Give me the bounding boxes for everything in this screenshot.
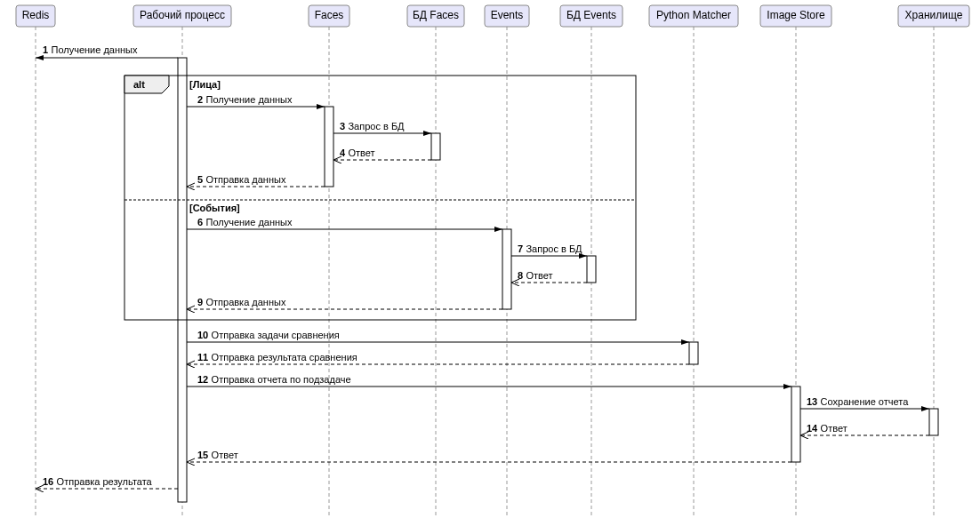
svg-rect-20 [125, 76, 636, 320]
svg-text:14 Ответ: 14 Ответ [807, 422, 847, 434]
svg-text:БД Events: БД Events [566, 9, 616, 21]
activation-faces [325, 107, 333, 187]
svg-text:11 Отправка результата сравнен: 11 Отправка результата сравнения [197, 351, 357, 363]
svg-text:[Лица]: [Лица] [189, 79, 221, 90]
svg-text:1 Получение данных: 1 Получение данных [43, 44, 138, 56]
svg-text:7 Запрос в БД: 7 Запрос в БД [518, 243, 582, 255]
message-6: 6 Получение данных [187, 216, 502, 229]
message-7: 7 Запрос в БД [511, 243, 587, 256]
activation-facesdb [431, 133, 440, 160]
svg-text:Рабочий процесс: Рабочий процесс [140, 9, 225, 21]
message-11: 11 Отправка результата сравнения [187, 351, 689, 364]
participant-facesdb: БД Faces [407, 5, 464, 27]
svg-text:12 Отправка отчета по подзадач: 12 Отправка отчета по подзадаче [197, 373, 351, 386]
alt-fragment: alt [Лица] [События] [125, 76, 636, 320]
message-15: 15 Ответ [187, 449, 791, 462]
message-1: 1 Получение данных [36, 44, 178, 58]
activation-storage [929, 409, 938, 435]
message-13: 13 Сохранение отчета [800, 395, 929, 409]
message-9: 9 Отправка данных [187, 296, 502, 309]
participant-worker: Рабочий процесс [133, 5, 231, 27]
participant-redis: Redis [16, 5, 55, 27]
svg-text:Python Matcher: Python Matcher [656, 9, 731, 21]
activation-imagestore [791, 387, 800, 462]
svg-text:Redis: Redis [22, 9, 50, 21]
svg-text:Faces: Faces [315, 9, 344, 21]
svg-text:16 Отправка результата: 16 Отправка результата [43, 475, 153, 488]
message-14: 14 Ответ [800, 422, 929, 435]
svg-text:3 Запрос в БД: 3 Запрос в БД [340, 120, 405, 132]
activation-worker [178, 58, 187, 502]
svg-text:Хранилище: Хранилище [905, 9, 963, 21]
participant-matcher: Python Matcher [649, 5, 738, 27]
svg-text:Image Store: Image Store [767, 9, 825, 21]
message-3: 3 Запрос в БД [333, 120, 431, 133]
svg-text:8 Ответ: 8 Ответ [518, 269, 553, 282]
participant-faces: Faces [309, 5, 349, 27]
svg-text:БД Faces: БД Faces [413, 9, 459, 21]
sequence-diagram: Redis Рабочий процесс Faces БД Faces Eve… [0, 0, 980, 518]
message-5: 5 Отправка данных [187, 173, 325, 187]
message-16: 16 Отправка результата [36, 475, 178, 489]
svg-text:10 Отправка задачи сравнения: 10 Отправка задачи сравнения [197, 329, 340, 341]
activation-events [502, 229, 511, 309]
participant-imagestore: Image Store [760, 5, 831, 27]
svg-text:13 Сохранение отчета: 13 Сохранение отчета [807, 395, 909, 408]
svg-text:5 Отправка данных: 5 Отправка данных [197, 173, 286, 186]
activation-eventsdb [587, 256, 596, 283]
message-4: 4 Ответ [333, 147, 431, 160]
svg-text:6 Получение данных: 6 Получение данных [197, 216, 293, 228]
activation-matcher [689, 342, 698, 364]
svg-text:15 Ответ: 15 Ответ [197, 449, 238, 461]
message-8: 8 Ответ [511, 269, 587, 283]
svg-text:[События]: [События] [189, 203, 240, 213]
participant-events: Events [485, 5, 529, 27]
message-10: 10 Отправка задачи сравнения [187, 329, 689, 342]
svg-text:2 Получение данных: 2 Получение данных [197, 93, 293, 106]
participant-storage: Хранилище [898, 5, 969, 27]
svg-text:9 Отправка данных: 9 Отправка данных [197, 296, 286, 308]
svg-text:4 Ответ: 4 Ответ [340, 147, 375, 159]
svg-text:Events: Events [491, 9, 524, 21]
svg-text:alt: alt [133, 79, 145, 90]
message-12: 12 Отправка отчета по подзадаче [187, 373, 791, 387]
message-2: 2 Получение данных [187, 93, 325, 107]
participant-eventsdb: БД Events [560, 5, 623, 27]
